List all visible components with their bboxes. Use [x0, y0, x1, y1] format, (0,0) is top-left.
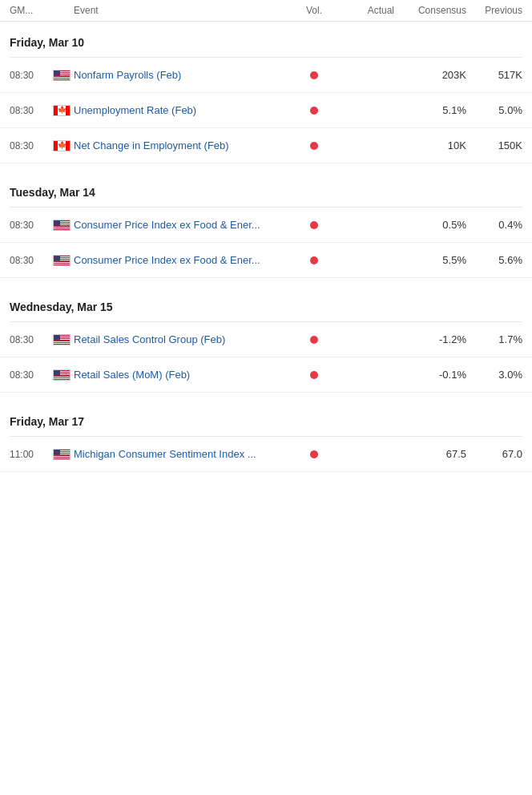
date-section-3: Friday, Mar 17: [0, 401, 532, 436]
flag-us: [53, 70, 71, 81]
event-vol: [298, 71, 330, 79]
event-time: 08:30: [10, 255, 50, 266]
event-previous: 3.0%: [466, 369, 522, 381]
event-flag-cell: [50, 334, 74, 345]
event-flag-cell: 🍁: [50, 140, 74, 151]
event-vol: [298, 450, 330, 458]
event-name[interactable]: Consumer Price Index ex Food & Ener...: [74, 219, 298, 231]
flag-us: [53, 369, 71, 381]
event-time: 08:30: [10, 140, 50, 151]
header-vol: Vol.: [298, 5, 330, 16]
flag-us: [53, 255, 71, 266]
event-vol: [298, 336, 330, 344]
header-time: GM...: [10, 5, 50, 16]
header-consensus: Consensus: [394, 5, 466, 16]
event-consensus: 67.5: [394, 448, 466, 460]
event-time: 08:30: [10, 334, 50, 345]
event-name[interactable]: Nonfarm Payrolls (Feb): [74, 69, 298, 81]
event-consensus: 10K: [394, 139, 466, 151]
event-consensus: 5.1%: [394, 104, 466, 116]
event-name[interactable]: Retail Sales Control Group (Feb): [74, 333, 298, 345]
event-name[interactable]: Retail Sales (MoM) (Feb): [74, 369, 298, 381]
event-consensus: -0.1%: [394, 369, 466, 381]
vol-dot-icon: [310, 221, 318, 229]
event-flag-cell: 🍁: [50, 105, 74, 116]
event-flag-cell: [50, 220, 74, 231]
date-section-1: Tuesday, Mar 14: [0, 172, 532, 207]
event-previous: 67.0: [466, 448, 522, 460]
event-consensus: 5.5%: [394, 254, 466, 266]
flag-us: [53, 220, 71, 231]
date-section-2: Wednesday, Mar 15: [0, 286, 532, 321]
event-previous: 150K: [466, 139, 522, 151]
event-name[interactable]: Michigan Consumer Sentiment Index ...: [74, 448, 298, 460]
event-name[interactable]: Net Change in Employment (Feb): [74, 139, 298, 151]
table-header: GM... Event Vol. Actual Consensus Previo…: [0, 0, 532, 22]
flag-ca: 🍁: [53, 105, 71, 116]
flag-ca: 🍁: [53, 140, 71, 151]
event-previous: 1.7%: [466, 333, 522, 345]
header-event: Event: [74, 5, 298, 16]
table-row[interactable]: 08:30🍁Unemployment Rate (Feb)5.1%5.0%: [0, 93, 532, 128]
vol-dot-icon: [310, 450, 318, 458]
event-vol: [298, 142, 330, 150]
vol-dot-icon: [310, 256, 318, 264]
event-vol: [298, 107, 330, 115]
event-time: 08:30: [10, 105, 50, 116]
flag-us: [53, 334, 71, 345]
vol-dot-icon: [310, 107, 318, 115]
table-row[interactable]: 08:30Consumer Price Index ex Food & Ener…: [0, 208, 532, 243]
event-previous: 5.0%: [466, 104, 522, 116]
calendar-body: Friday, Mar 1008:30Nonfarm Payrolls (Feb…: [0, 22, 532, 472]
table-row[interactable]: 11:00Michigan Consumer Sentiment Index .…: [0, 437, 532, 472]
vol-dot-icon: [310, 371, 318, 379]
event-previous: 5.6%: [466, 254, 522, 266]
table-row[interactable]: 08:30Consumer Price Index ex Food & Ener…: [0, 243, 532, 278]
event-name[interactable]: Unemployment Rate (Feb): [74, 104, 298, 116]
event-flag-cell: [50, 70, 74, 81]
event-vol: [298, 256, 330, 264]
event-consensus: 203K: [394, 69, 466, 81]
event-previous: 517K: [466, 69, 522, 81]
header-actual: Actual: [330, 5, 394, 16]
event-flag-cell: [50, 255, 74, 266]
event-vol: [298, 371, 330, 379]
event-time: 08:30: [10, 70, 50, 81]
header-previous: Previous: [466, 5, 522, 16]
vol-dot-icon: [310, 336, 318, 344]
event-flag-cell: [50, 449, 74, 460]
event-time: 08:30: [10, 220, 50, 231]
event-vol: [298, 221, 330, 229]
table-row[interactable]: 08:30Retail Sales Control Group (Feb)-1.…: [0, 322, 532, 357]
table-row[interactable]: 08:30Retail Sales (MoM) (Feb)-0.1%3.0%: [0, 357, 532, 393]
event-flag-cell: [50, 369, 74, 381]
event-time: 08:30: [10, 369, 50, 381]
event-name[interactable]: Consumer Price Index ex Food & Ener...: [74, 254, 298, 266]
event-time: 11:00: [10, 449, 50, 460]
vol-dot-icon: [310, 142, 318, 150]
table-row[interactable]: 08:30Nonfarm Payrolls (Feb)203K517K: [0, 58, 532, 93]
date-section-0: Friday, Mar 10: [0, 22, 532, 57]
flag-us: [53, 449, 71, 460]
event-previous: 0.4%: [466, 219, 522, 231]
table-row[interactable]: 08:30🍁Net Change in Employment (Feb)10K1…: [0, 128, 532, 163]
event-consensus: -1.2%: [394, 333, 466, 345]
event-consensus: 0.5%: [394, 219, 466, 231]
vol-dot-icon: [310, 71, 318, 79]
